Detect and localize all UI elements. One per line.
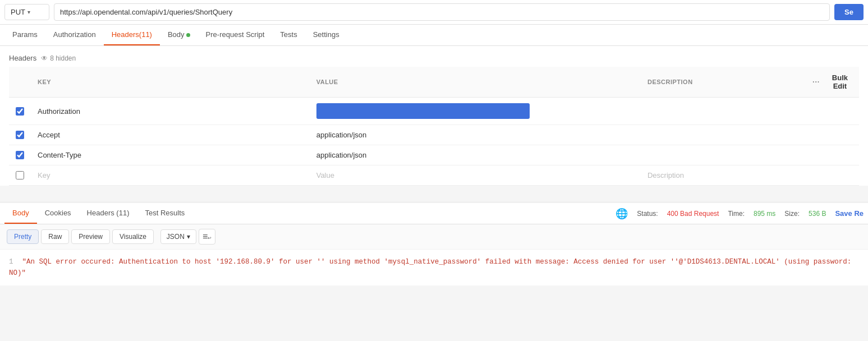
row-checkbox-contenttype[interactable] (16, 151, 24, 159)
row-checkbox-accept[interactable] (16, 131, 24, 139)
key-cell-new[interactable]: Key (31, 165, 310, 186)
tab-settings[interactable]: Settings (305, 25, 347, 45)
tab-params[interactable]: Params (4, 25, 45, 45)
auth-value-bar (316, 103, 530, 119)
response-tabs-row: Body Cookies Headers (11) Test Results 🌐… (0, 203, 868, 224)
tab-authorization[interactable]: Authorization (45, 25, 104, 45)
hidden-count: 8 hidden (50, 54, 76, 62)
chevron-down-icon: ▾ (187, 233, 190, 241)
request-tabs: Params Authorization Headers(11) Body Pr… (0, 25, 868, 46)
headers-table: KEY VALUE DESCRIPTION ··· Bulk Edit Auth… (9, 67, 859, 186)
response-toolbar: Pretty Raw Preview Visualize JSON ▾ ≡↩ (0, 224, 868, 250)
table-row: Authorization (9, 98, 859, 125)
eye-icon: 👁 (41, 54, 48, 62)
table-row: Accept application/json (9, 125, 859, 145)
method-select[interactable]: PUT ▾ (4, 4, 49, 20)
globe-icon: 🌐 (616, 208, 628, 220)
wrap-lines-button[interactable]: ≡↩ (199, 229, 215, 245)
hidden-badge: 👁 8 hidden (41, 54, 76, 62)
body-dot-indicator (186, 33, 190, 37)
col-header-value: VALUE (310, 67, 641, 98)
send-button[interactable]: Se (834, 4, 864, 20)
value-cell-new[interactable]: Value (310, 165, 641, 186)
pretty-button[interactable]: Pretty (7, 229, 39, 244)
headers-label-row: Headers 👁 8 hidden (9, 52, 859, 67)
more-options-button[interactable]: ··· (809, 76, 823, 88)
response-body: 1"An SQL error occured: Authentication t… (0, 250, 868, 285)
desc-cell-new[interactable]: Description (641, 165, 802, 186)
desc-cell-authorization[interactable] (641, 98, 802, 125)
table-row-new: Key Value Description (9, 165, 859, 186)
line-number: 1 (9, 258, 13, 266)
chevron-down-icon: ▾ (27, 9, 30, 15)
key-cell-contenttype: Content-Type (31, 145, 310, 165)
headers-section: Headers 👁 8 hidden (0, 46, 868, 67)
save-response-button[interactable]: Save Re (835, 209, 864, 218)
col-header-checkbox (9, 67, 31, 98)
response-section: Body Cookies Headers (11) Test Results 🌐… (0, 201, 868, 285)
col-header-key: KEY (31, 67, 310, 98)
url-bar: PUT ▾ Se (0, 0, 868, 25)
key-cell-authorization: Authorization (31, 98, 310, 125)
bulk-edit-button[interactable]: Bulk Edit (828, 71, 852, 93)
headers-table-wrapper: KEY VALUE DESCRIPTION ··· Bulk Edit Auth… (0, 67, 868, 186)
raw-button[interactable]: Raw (41, 229, 69, 244)
url-input[interactable] (54, 3, 830, 21)
tab-body[interactable]: Body (160, 25, 198, 45)
visualize-button[interactable]: Visualize (112, 229, 154, 244)
tab-prerequest[interactable]: Pre-request Script (198, 25, 273, 45)
tab-tests[interactable]: Tests (272, 25, 305, 45)
response-tab-testresults[interactable]: Test Results (137, 203, 192, 224)
desc-cell-accept[interactable] (641, 125, 802, 145)
method-label: PUT (11, 8, 25, 16)
response-tab-cookies[interactable]: Cookies (37, 203, 79, 224)
preview-button[interactable]: Preview (71, 229, 110, 244)
format-select[interactable]: JSON ▾ (160, 229, 196, 244)
col-header-actions: ··· Bulk Edit (802, 67, 859, 98)
response-meta: 🌐 Status: 400 Bad Request Time: 895 ms S… (616, 208, 864, 220)
value-cell-contenttype[interactable]: application/json (310, 145, 641, 165)
spacer (0, 186, 868, 197)
col-header-description: DESCRIPTION (641, 67, 802, 98)
key-cell-accept: Accept (31, 125, 310, 145)
row-checkbox-authorization[interactable] (16, 107, 24, 116)
value-cell-accept[interactable]: application/json (310, 125, 641, 145)
response-content: "An SQL error occured: Authentication to… (9, 258, 851, 277)
value-cell-authorization[interactable] (310, 98, 641, 125)
headers-title: Headers (9, 54, 36, 62)
desc-cell-contenttype[interactable] (641, 145, 802, 165)
response-tab-headers[interactable]: Headers (11) (79, 203, 137, 224)
row-checkbox-new[interactable] (16, 171, 24, 179)
table-row: Content-Type application/json (9, 145, 859, 165)
tab-headers[interactable]: Headers(11) (104, 25, 160, 45)
response-tab-body[interactable]: Body (4, 203, 37, 224)
